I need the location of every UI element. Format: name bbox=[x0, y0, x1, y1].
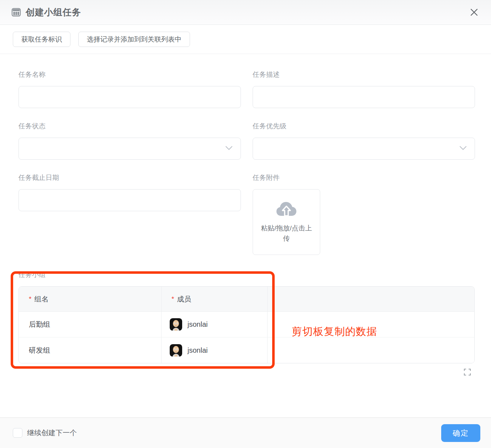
form-area: 任务名称 任务描述 任务状态 bbox=[0, 54, 491, 363]
task-status-label: 任务状态 bbox=[19, 122, 241, 131]
task-group-label: 任务小组 bbox=[19, 270, 475, 279]
select-records-button[interactable]: 选择记录并添加到到关联列表中 bbox=[78, 32, 190, 47]
task-status-select[interactable] bbox=[19, 138, 241, 160]
upload-hint-text: 粘贴/拖放/点击上传 bbox=[260, 223, 312, 244]
subform-task-group: 任务小组 * 组名 * 成员 后勤组 bbox=[19, 270, 475, 363]
continue-create-checkbox[interactable] bbox=[13, 428, 22, 438]
confirm-button[interactable]: 确定 bbox=[441, 424, 480, 442]
field-task-name: 任务名称 bbox=[19, 70, 241, 108]
member-cell[interactable]: jsonlai bbox=[162, 337, 268, 363]
close-icon[interactable] bbox=[468, 6, 480, 19]
create-group-task-dialog: 创建小组任务 获取任务标识 选择记录并添加到到关联列表中 任务名称 任务描述 bbox=[0, 0, 491, 448]
continue-create-label: 继续创建下一个 bbox=[27, 428, 77, 438]
toolbar: 获取任务标识 选择记录并添加到到关联列表中 bbox=[0, 25, 491, 54]
column-header-empty bbox=[268, 287, 474, 311]
task-attachment-label: 任务附件 bbox=[253, 173, 475, 182]
member-cell[interactable]: jsonlai bbox=[162, 312, 268, 337]
field-task-deadline: 任务截止日期 bbox=[19, 173, 241, 255]
avatar bbox=[170, 344, 182, 357]
required-asterisk: * bbox=[171, 295, 174, 303]
task-deadline-input[interactable] bbox=[19, 189, 241, 211]
member-name: jsonlai bbox=[188, 346, 208, 354]
column-header-group-name: * 组名 bbox=[19, 287, 162, 311]
chevron-down-icon bbox=[225, 145, 233, 152]
task-group-table: * 组名 * 成员 后勤组 bbox=[19, 286, 475, 363]
annotation-text: 剪切板复制的数据 bbox=[292, 325, 377, 339]
group-name-cell[interactable]: 研发组 bbox=[19, 337, 162, 363]
table-row: 研发组 bbox=[19, 337, 474, 363]
get-task-id-button[interactable]: 获取任务标识 bbox=[13, 32, 70, 47]
member-name: jsonlai bbox=[188, 320, 208, 329]
column-header-members: * 成员 bbox=[162, 287, 268, 311]
table-header-row: * 组名 * 成员 bbox=[19, 287, 474, 312]
avatar bbox=[170, 318, 182, 331]
column-header-label: 组名 bbox=[34, 294, 48, 304]
table-form-icon bbox=[11, 7, 21, 17]
group-name-text: 研发组 bbox=[29, 346, 50, 355]
task-description-input[interactable] bbox=[253, 86, 475, 108]
group-name-cell[interactable]: 后勤组 bbox=[19, 312, 162, 337]
field-task-priority: 任务优先级 bbox=[253, 122, 475, 160]
dialog-footer: 继续创建下一个 确定 bbox=[0, 417, 491, 448]
attachment-upload-dropzone[interactable]: 粘贴/拖放/点击上传 bbox=[253, 189, 320, 255]
field-task-description: 任务描述 bbox=[253, 70, 475, 108]
fullscreen-expand-icon[interactable] bbox=[464, 368, 471, 377]
chevron-down-icon bbox=[459, 145, 467, 152]
task-name-label: 任务名称 bbox=[19, 70, 241, 79]
task-name-input[interactable] bbox=[19, 86, 241, 108]
empty-cell[interactable] bbox=[268, 337, 474, 363]
task-description-label: 任务描述 bbox=[253, 70, 475, 79]
dialog-header: 创建小组任务 bbox=[0, 0, 491, 25]
required-asterisk: * bbox=[29, 295, 31, 303]
task-priority-label: 任务优先级 bbox=[253, 122, 475, 131]
field-task-status: 任务状态 bbox=[19, 122, 241, 160]
cloud-upload-icon bbox=[276, 201, 297, 217]
task-deadline-label: 任务截止日期 bbox=[19, 173, 241, 182]
task-priority-select[interactable] bbox=[253, 138, 475, 160]
group-name-text: 后勤组 bbox=[29, 320, 50, 329]
dialog-title: 创建小组任务 bbox=[26, 6, 81, 18]
table-row: 后勤组 bbox=[19, 312, 474, 337]
column-header-label: 成员 bbox=[177, 294, 191, 304]
field-task-attachment: 任务附件 粘贴/拖放/点击上传 bbox=[253, 173, 475, 255]
